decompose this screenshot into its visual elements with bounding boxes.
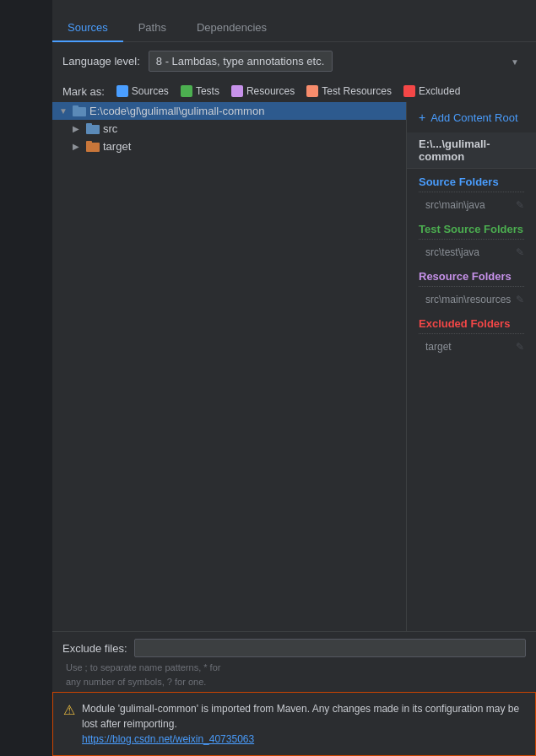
resource-folders-edit-icon[interactable]: ✎ xyxy=(516,294,524,305)
resource-folders-path: src\main\resources xyxy=(425,294,512,305)
test-source-folders-path-row: src\test\java ✎ xyxy=(419,245,524,260)
excluded-folders-section: Excluded Folders target ✎ xyxy=(407,310,536,358)
language-level-row: Language level: 8 - Lambdas, type annota… xyxy=(52,42,536,80)
hint-text-line2: any number of symbols, ? for one. xyxy=(62,675,526,689)
warning-link[interactable]: https://blog.csdn.net/weixin_40735063 xyxy=(82,733,254,745)
source-folders-path: src\main\java xyxy=(425,199,512,211)
target-folder-icon xyxy=(86,141,100,152)
warning-triangle-icon: ⚠ xyxy=(63,702,75,718)
panels: E:\code\gl\gulimall\gulimall-common src … xyxy=(52,102,536,631)
root-folder-icon xyxy=(73,105,86,116)
exclude-files-label: Exclude files: xyxy=(62,642,127,655)
warning-message: Module 'gulimall-common' is imported fro… xyxy=(82,703,519,730)
warning-banner: ⚠ Module 'gulimall-common' is imported f… xyxy=(52,692,536,756)
mark-excluded-label: Excluded xyxy=(419,85,460,97)
mark-sources-button[interactable]: Sources xyxy=(113,84,172,99)
test-source-folders-title: Test Source Folders xyxy=(419,223,524,235)
warning-text: Module 'gulimall-common' is imported fro… xyxy=(82,701,525,747)
language-level-label: Language level: xyxy=(62,55,140,68)
exclude-files-input[interactable] xyxy=(134,639,526,657)
tree-root-arrow xyxy=(59,106,69,116)
mark-test-resources-label: Test Resources xyxy=(322,85,392,97)
tree-panel: E:\code\gl\gulimall\gulimall-common src … xyxy=(52,102,407,631)
tree-src-item[interactable]: src xyxy=(52,120,406,138)
hint-text-line1: Use ; to separate name patterns, * for xyxy=(62,661,526,675)
mark-test-resources-button[interactable]: Test Resources xyxy=(303,84,395,99)
sidebar-strip xyxy=(0,0,52,756)
module-header: E:\...\gulimall-common xyxy=(407,132,536,169)
test-source-folders-path: src\test\java xyxy=(425,246,512,258)
excluded-folders-edit-icon[interactable]: ✎ xyxy=(516,341,524,353)
main-content: Sources Paths Dependencies Language leve… xyxy=(52,0,536,756)
src-folder-icon xyxy=(86,123,100,134)
mark-resources-button[interactable]: Resources xyxy=(228,84,298,99)
mark-resources-label: Resources xyxy=(246,85,295,97)
excluded-folders-path: target xyxy=(425,341,512,353)
test-source-folders-edit-icon[interactable]: ✎ xyxy=(516,246,524,258)
tree-target-arrow xyxy=(73,142,83,151)
test-source-folders-section: Test Source Folders src\test\java ✎ xyxy=(407,216,536,263)
language-level-select-wrapper: 8 - Lambdas, type annotations etc. xyxy=(149,51,526,72)
resource-folders-path-row: src\main\resources ✎ xyxy=(419,292,524,307)
mark-sources-label: Sources xyxy=(132,85,169,97)
tab-bar: Sources Paths Dependencies xyxy=(52,0,536,42)
resource-folders-title: Resource Folders xyxy=(419,270,524,283)
tree-root-path: E:\code\gl\gulimall\gulimall-common xyxy=(89,105,264,117)
mark-as-row: Mark as: Sources Tests Resources Test Re… xyxy=(52,80,536,102)
tree-src-arrow xyxy=(73,124,83,133)
tab-dependencies[interactable]: Dependencies xyxy=(181,14,282,42)
add-content-root-label: Add Content Root xyxy=(430,111,517,124)
tree-target-label: target xyxy=(103,140,131,153)
add-content-root-button[interactable]: + Add Content Root xyxy=(407,102,536,132)
mark-tests-label: Tests xyxy=(196,85,219,97)
source-folders-divider xyxy=(419,192,524,192)
tree-target-item[interactable]: target xyxy=(52,138,406,155)
source-folders-path-row: src\main\java ✎ xyxy=(419,197,524,213)
excluded-folders-path-row: target ✎ xyxy=(419,339,524,354)
tests-icon xyxy=(181,85,192,97)
resources-icon xyxy=(231,85,243,97)
mark-excluded-button[interactable]: Excluded xyxy=(400,84,463,99)
test-resources-icon xyxy=(306,85,318,97)
source-folders-title: Source Folders xyxy=(419,176,524,188)
exclude-files-row: Exclude files: xyxy=(62,639,526,657)
tree-root-item[interactable]: E:\code\gl\gulimall\gulimall-common xyxy=(52,102,406,120)
test-source-folders-divider xyxy=(419,239,524,240)
excluded-folders-title: Excluded Folders xyxy=(419,317,524,330)
add-icon: + xyxy=(419,111,425,124)
excluded-folders-divider xyxy=(419,333,524,334)
info-panel: + Add Content Root E:\...\gulimall-commo… xyxy=(407,102,536,631)
mark-as-label: Mark as: xyxy=(62,85,105,98)
tab-sources[interactable]: Sources xyxy=(52,14,123,42)
resource-folders-section: Resource Folders src\main\resources ✎ xyxy=(407,263,536,310)
mark-tests-button[interactable]: Tests xyxy=(177,84,223,99)
tab-paths[interactable]: Paths xyxy=(123,14,181,42)
language-level-select[interactable]: 8 - Lambdas, type annotations etc. xyxy=(149,51,333,72)
tree-src-label: src xyxy=(103,122,117,135)
source-folders-section: Source Folders src\main\java ✎ xyxy=(407,169,536,216)
sources-icon xyxy=(116,85,128,97)
excluded-icon xyxy=(403,85,415,97)
resource-folders-divider xyxy=(419,286,524,287)
source-folders-edit-icon[interactable]: ✎ xyxy=(516,199,524,211)
